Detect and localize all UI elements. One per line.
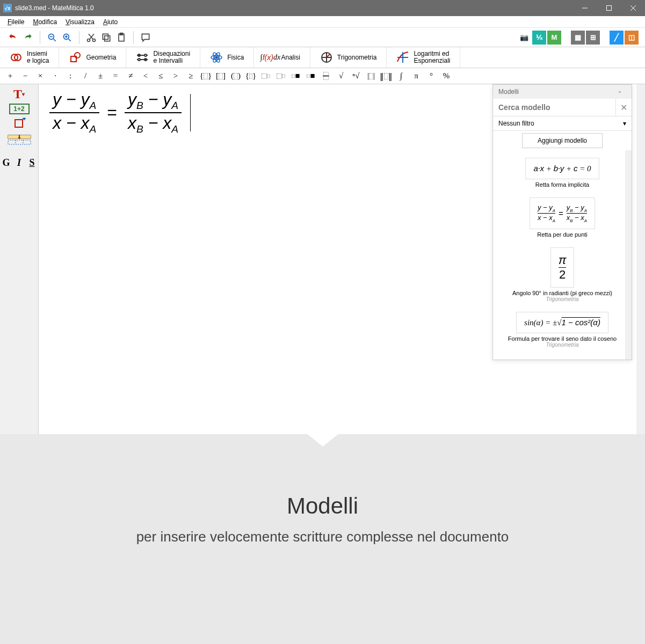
model-preview[interactable]: π2	[550, 247, 575, 288]
underline-button[interactable]: S	[27, 156, 37, 169]
camera-icon[interactable]: 📷	[517, 31, 531, 45]
geometry-icon	[69, 51, 82, 64]
sym-plus[interactable]: +	[3, 69, 17, 83]
italic-button[interactable]: I	[15, 156, 24, 169]
ribbon-label: Insiemi e logica	[27, 50, 49, 64]
zoom-in-button[interactable]	[60, 30, 75, 45]
sym-pi[interactable]: π	[409, 69, 423, 83]
redo-button[interactable]	[20, 30, 35, 45]
mode-tex-icon[interactable]: ⅟ₓ	[532, 31, 546, 45]
sym-norm[interactable]: ‖‖	[379, 69, 393, 83]
interval-icon	[136, 51, 149, 64]
filter-dropdown[interactable]: Nessun filtro▾	[493, 116, 632, 131]
models-list[interactable]: a·x + b·y + c = 0 Retta forma implicita …	[493, 150, 632, 359]
sym-dot[interactable]: ·	[48, 69, 62, 83]
sym-sub[interactable]	[274, 69, 288, 83]
sym-le[interactable]: ≤	[154, 69, 168, 83]
sym-nroot[interactable]: ⁿ√	[349, 69, 363, 83]
promo-section: Modelli per inserire velocemente scrittu…	[0, 434, 645, 644]
sym-parens[interactable]: ()	[229, 69, 243, 83]
text-mode-button[interactable]: T ▾	[6, 87, 32, 100]
maximize-button[interactable]	[597, 0, 621, 16]
model-caption: Angolo 90° in radianti (pi greco mezzi)	[495, 290, 629, 296]
sym-times[interactable]: ×	[33, 69, 47, 83]
cut-button[interactable]	[84, 30, 99, 45]
model-subcaption: Trigonometria	[495, 296, 629, 302]
undo-button[interactable]	[5, 30, 20, 45]
sym-ge[interactable]: ≥	[184, 69, 198, 83]
ribbon-tab-geometria[interactable]: Geometria	[59, 47, 126, 68]
integral-icon: ∫f(x)dx	[264, 51, 277, 64]
model-preview[interactable]: a·x + b·y + c = 0	[525, 158, 599, 179]
sym-gt[interactable]: >	[169, 69, 183, 83]
sym-frac[interactable]	[319, 69, 333, 83]
ribbon-tab-logaritmi[interactable]: Logaritmi ed Esponenziali	[387, 47, 460, 68]
model-card[interactable]: π2 Angolo 90° in radianti (pi greco mezz…	[495, 247, 629, 302]
ribbon-tab-fisica[interactable]: Fisica	[200, 47, 254, 68]
sym-pm[interactable]: ±	[93, 69, 107, 83]
svg-line-8	[69, 39, 71, 41]
add-model-button[interactable]: Aggiungi modello	[522, 133, 603, 148]
standard-toolbar: 📷 ⅟ₓ M ▦ ⊞ ╱ ◫	[0, 28, 645, 47]
ribbon-tab-insiemi[interactable]: Insiemi e logica	[0, 47, 59, 68]
panel-dim-icon[interactable]: ▫	[619, 88, 626, 96]
sym-abs[interactable]: ||	[364, 69, 378, 83]
canvas[interactable]: y − yA x − xA = yB − yA xB − xA Modelli …	[39, 84, 636, 434]
close-button[interactable]	[621, 0, 645, 16]
svg-rect-46	[8, 140, 31, 144]
sym-pct[interactable]: %	[439, 69, 453, 83]
sym-neq[interactable]: ≠	[124, 69, 137, 83]
search-model-input[interactable]	[493, 99, 615, 116]
formula-box-button[interactable]: 1+2	[9, 104, 30, 114]
canvas-scrollbar[interactable]	[636, 84, 645, 434]
sym-sqrt[interactable]: √	[334, 69, 348, 83]
menu-modifica[interactable]: Modifica	[28, 17, 61, 27]
ribbon-tab-disequazioni[interactable]: Disequazioni e Intervalli	[126, 47, 200, 68]
minimize-button[interactable]	[572, 0, 597, 16]
sym-braces[interactable]: {}	[199, 69, 213, 83]
model-card[interactable]: sin(α) = ±√1 − cos²(α) Formula per trova…	[495, 312, 629, 348]
copy-button[interactable]	[99, 30, 114, 45]
ruler-icon[interactable]: ╱	[610, 31, 624, 45]
paste-button[interactable]	[114, 30, 129, 45]
calculator-icon[interactable]: ▦	[571, 31, 585, 45]
model-card[interactable]: y − yAx − xA = yB − yAxB − xA Retta per …	[495, 197, 629, 237]
sym-lt[interactable]: <	[139, 69, 153, 83]
ribbon-tab-analisi[interactable]: ∫f(x)dx Analisi	[254, 47, 310, 68]
sym-eq[interactable]: =	[108, 69, 122, 83]
model-card[interactable]: a·x + b·y + c = 0 Retta forma implicita	[495, 158, 629, 188]
log-icon	[396, 51, 409, 64]
sym-int[interactable]: ∫	[394, 69, 408, 83]
promo-title: Modelli	[0, 493, 645, 519]
main-area: T ▾ 1+2 G I S y − yA x − xA = yB − yA xB…	[0, 84, 645, 434]
bold-button[interactable]: G	[2, 156, 11, 169]
sym-presub[interactable]: ■	[304, 69, 318, 83]
menu-visualizza[interactable]: Visualizza	[61, 17, 99, 27]
menu-file[interactable]: Fileile	[3, 17, 28, 27]
sym-deg[interactable]: °	[424, 69, 438, 83]
sym-set[interactable]: {}	[244, 69, 258, 83]
text-cursor	[190, 94, 191, 131]
comment-button[interactable]	[138, 30, 153, 45]
panel-scrollbar[interactable]	[625, 150, 632, 359]
mode-m-icon[interactable]: M	[547, 31, 561, 45]
ribbon-tab-trigonometria[interactable]: Trigonometria	[310, 47, 387, 68]
clear-search-button[interactable]: ✕	[615, 99, 632, 116]
model-preview[interactable]: y − yAx − xA = yB − yAxB − xA	[530, 197, 595, 229]
title-bar: √x slide3.med - MateMitica 1.0	[0, 0, 645, 16]
crop-button[interactable]	[6, 118, 32, 130]
sym-colon[interactable]: :	[63, 69, 77, 83]
svg-rect-39	[15, 120, 23, 127]
zoom-out-button[interactable]	[45, 30, 60, 45]
table-button[interactable]	[6, 134, 32, 147]
sym-presup[interactable]: ■	[289, 69, 303, 83]
sym-brackets[interactable]: []	[214, 69, 228, 83]
shapes-icon[interactable]: ◫	[625, 31, 639, 45]
menu-aiuto[interactable]: Aiuto	[99, 17, 122, 27]
svg-point-24	[138, 54, 140, 56]
model-preview[interactable]: sin(α) = ±√1 − cos²(α)	[516, 312, 608, 333]
sym-sup[interactable]	[259, 69, 273, 83]
sym-minus[interactable]: −	[18, 69, 32, 83]
sym-slash[interactable]: /	[78, 69, 92, 83]
apps-icon[interactable]: ⊞	[586, 31, 600, 45]
